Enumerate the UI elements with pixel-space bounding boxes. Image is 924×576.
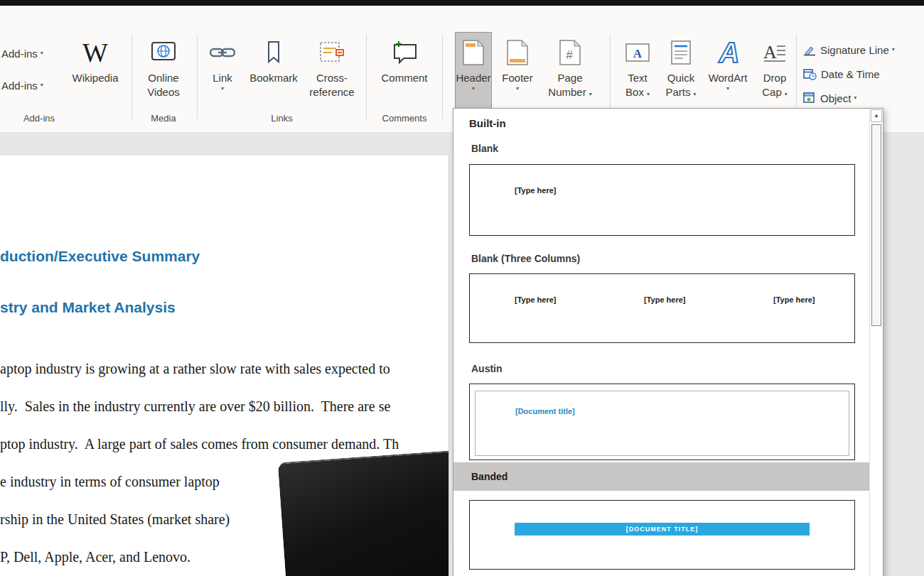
page-number-icon: #: [559, 34, 581, 71]
header-gallery-dropdown: Built-in Blank [Type here] Blank (Three …: [453, 108, 883, 576]
chevron-down-icon: ▾: [41, 50, 43, 57]
wordart-label: WordArt: [709, 71, 748, 85]
group-separator: [197, 34, 198, 119]
laptop-image[interactable]: [278, 450, 449, 576]
link-button[interactable]: Link ▾: [204, 34, 241, 114]
gallery-item-name-banded-band: Banded: [453, 462, 870, 491]
title-bar: [0, 0, 924, 6]
doc-heading-executive-summary: duction/Executive Summary: [0, 248, 200, 265]
wordart-icon: A: [713, 34, 743, 71]
signature-line-button[interactable]: Signature Line ▾: [803, 41, 895, 58]
word-window: Add-ins ▾ Add-ins ▾ W Wikipedia Add-ins …: [0, 0, 924, 576]
preview-placeholder-text: [Type here]: [515, 186, 556, 195]
add-ins-button-1[interactable]: Add-ins ▾: [1, 45, 43, 62]
quick-parts-label-line2: Parts: [665, 86, 690, 98]
doc-text-line: aptop industry is growing at a rather sl…: [0, 361, 390, 377]
svg-text:#: #: [566, 48, 573, 62]
chevron-down-icon: ▾: [892, 46, 895, 53]
text-box-label-line2: Box: [625, 86, 644, 98]
footer-icon: [507, 34, 528, 71]
preview-placeholder-text: [Type here]: [644, 295, 685, 304]
comment-icon: [391, 34, 418, 71]
chevron-down-icon: ▾: [854, 94, 856, 102]
chevron-down-icon: ▾: [726, 85, 729, 92]
header-label: Header: [456, 71, 490, 85]
wikipedia-button[interactable]: W Wikipedia: [69, 34, 122, 114]
preview-placeholder-text: [Document title]: [515, 407, 575, 415]
header-button[interactable]: Header ▾: [455, 32, 492, 116]
gallery-item-name-blank: Blank: [471, 143, 498, 154]
comment-button[interactable]: Comment: [372, 34, 436, 114]
banded-title-banner: [DOCUMENT TITLE]: [515, 523, 810, 536]
date-time-label: Date & Time: [821, 68, 880, 80]
cross-reference-button[interactable]: Cross- reference: [304, 34, 360, 114]
page-number-label-line2: Number: [548, 86, 586, 98]
add-ins-button-2[interactable]: Add-ins ▾: [1, 77, 43, 94]
signature-line-label: Signature Line: [820, 44, 889, 56]
svg-text:A: A: [763, 42, 777, 63]
group-separator: [442, 34, 443, 119]
doc-text-line: e industry in terms of consumer laptop: [0, 474, 220, 490]
object-button[interactable]: Object ▾: [803, 89, 856, 107]
gallery-item-name-austin: Austin: [471, 363, 503, 374]
link-label: Link: [213, 71, 232, 85]
document-page[interactable]: duction/Executive Summary stry and Marke…: [0, 156, 449, 576]
chevron-down-icon: ▾: [589, 91, 592, 97]
object-label: Object: [820, 92, 851, 104]
doc-text-line: P, Dell, Apple, Acer, and Lenovo.: [0, 549, 190, 565]
gallery-item-name-banded: Banded: [471, 471, 507, 482]
gallery-section-title: Built-in: [469, 117, 506, 129]
wordart-button[interactable]: A WordArt ▾: [705, 34, 751, 114]
bookmark-button[interactable]: Bookmark: [246, 34, 301, 114]
drop-cap-button[interactable]: A Drop Cap▾: [755, 34, 795, 114]
wikipedia-label: Wikipedia: [72, 71, 118, 85]
online-videos-label-line2: Videos: [147, 85, 180, 99]
gallery-item-austin[interactable]: [Document title]: [469, 384, 855, 460]
add-ins-label: Add-ins: [1, 48, 38, 60]
footer-label: Footer: [502, 71, 532, 85]
gallery-item-name-blank-three-columns: Blank (Three Columns): [471, 253, 580, 264]
drop-cap-label-line1: Drop: [763, 71, 787, 85]
page-number-button[interactable]: # Page Number▾: [544, 34, 596, 114]
header-icon: [463, 34, 484, 71]
svg-text:A: A: [633, 47, 643, 60]
date-time-button[interactable]: Date & Time: [803, 65, 880, 82]
wikipedia-icon: W: [82, 34, 108, 71]
scroll-up-icon[interactable]: ▲: [871, 109, 882, 122]
gallery-item-blank-three-columns[interactable]: [Type here] [Type here] [Type here]: [469, 273, 855, 343]
austin-preview-frame: [475, 391, 849, 456]
quick-parts-icon: [670, 34, 692, 71]
group-label-links: Links: [204, 111, 360, 126]
online-video-icon: [151, 34, 176, 71]
doc-text-line: ptop industry. A large part of sales com…: [0, 436, 399, 452]
gallery-scrollbar[interactable]: ▲: [869, 109, 883, 576]
date-time-icon: [803, 68, 817, 80]
cross-reference-label-line1: Cross-: [316, 71, 348, 85]
object-icon: [803, 92, 816, 104]
chevron-down-icon: ▾: [221, 85, 224, 92]
footer-button[interactable]: Footer ▾: [498, 34, 537, 114]
quick-parts-label-line1: Quick: [667, 71, 694, 85]
online-videos-label-line1: Online: [148, 71, 178, 85]
scrollbar-thumb[interactable]: [871, 124, 881, 326]
add-ins-label: Add-ins: [1, 80, 38, 92]
group-label-media: Media: [136, 111, 190, 126]
signature-line-icon: [803, 44, 816, 56]
gallery-item-banded[interactable]: [DOCUMENT TITLE]: [469, 500, 855, 570]
group-separator: [610, 34, 611, 119]
text-box-label-line1: Text: [628, 71, 648, 85]
svg-text:A: A: [719, 38, 740, 67]
doc-text-line: lly. Sales in the industry currently are…: [0, 398, 390, 415]
online-videos-button[interactable]: Online Videos: [136, 34, 190, 114]
preview-placeholder-text: [Type here]: [515, 295, 556, 304]
gallery-item-blank[interactable]: [Type here]: [469, 164, 855, 236]
doc-text-line: rship in the United States (market share…: [0, 511, 230, 528]
bookmark-icon: [266, 34, 281, 71]
comment-label: Comment: [381, 71, 427, 85]
text-box-button[interactable]: A Text Box▾: [617, 34, 658, 114]
chevron-down-icon: ▾: [472, 85, 475, 92]
cross-reference-icon: [319, 34, 345, 71]
group-separator: [131, 34, 132, 119]
quick-parts-button[interactable]: Quick Parts▾: [660, 34, 702, 114]
doc-heading-market-analysis: stry and Market Analysis: [0, 299, 176, 316]
